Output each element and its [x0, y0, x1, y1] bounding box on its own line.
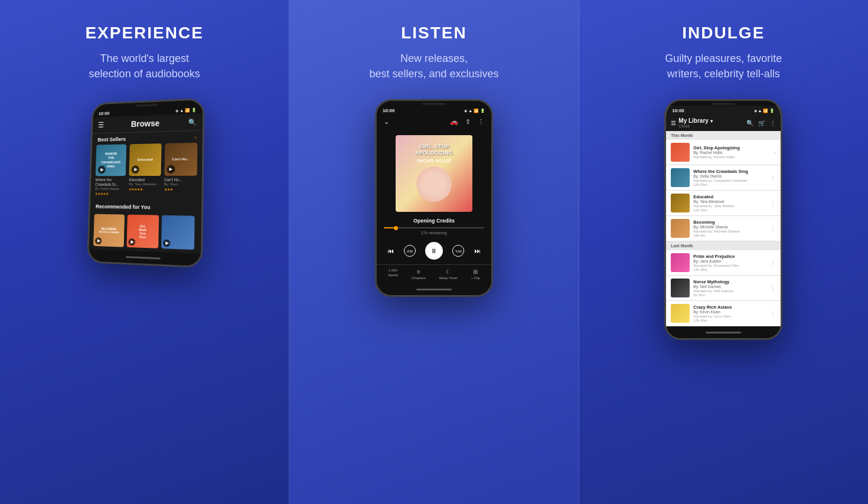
player-car-icon[interactable]: 🚗	[450, 118, 458, 126]
rec-book-0[interactable]: BECOMING MICHELLE OBAMA ▶	[93, 214, 125, 247]
hamburger-icon[interactable]: ☰	[98, 121, 104, 129]
play-btn-1[interactable]: ▶	[131, 166, 139, 174]
rewind-30-btn[interactable]: ↺30	[404, 245, 416, 257]
status-time-3: 10:00	[672, 108, 684, 113]
skip-back-icon[interactable]: ⏮	[387, 247, 394, 254]
lib-book-2[interactable]: Educated By: Tara Westover Narrated by: …	[666, 191, 781, 216]
library-more-icon[interactable]: ⋮	[770, 120, 776, 126]
progress-bar-wrap[interactable]	[377, 225, 491, 231]
speed-control[interactable]: 1.00X Speed	[388, 269, 398, 280]
last-month-label: Last Month	[666, 241, 781, 250]
book-card-0[interactable]: WHERETHECRAWDADSSING ▶ Where the Crawdad…	[94, 145, 126, 196]
lib-narrator-0: Narrated by: Rachel Hollis	[693, 155, 771, 159]
lib-info-0: Girl, Stop Apologizing By: Rachel Hollis…	[693, 145, 771, 159]
lib-more-1[interactable]: ⋮	[770, 175, 776, 181]
lib-cover-2	[671, 194, 690, 212]
search-icon-browse[interactable]: 🔍	[188, 118, 196, 126]
lib-book-3[interactable]: Becoming By: Michelle Obama Narrated by:…	[666, 216, 781, 241]
experience-phone: 10:00 ◈ ▲ 📶 🔋 ☰ Browse 🔍 Best Sellers ›	[87, 98, 205, 268]
experience-phone-wrapper: 10:00 ◈ ▲ 📶 🔋 ☰ Browse 🔍 Best Sellers ›	[80, 99, 210, 486]
rec-book-2[interactable]: ▶	[161, 215, 195, 250]
lib-more-2[interactable]: ⋮	[770, 200, 776, 207]
rec-book-1[interactable]: Girl,WashYourFace ▶	[126, 215, 159, 248]
chapters-control[interactable]: ≡ Chapters	[412, 269, 426, 280]
book-cover-1: Educated ▶	[129, 143, 161, 176]
lib-info-1: Where the Crawdads Sing By: Delia Owens …	[693, 169, 766, 186]
lib-book-5[interactable]: Norse Mythology By: Neil Gaiman Narrated…	[666, 276, 781, 301]
lib-more-6[interactable]: ⋮	[770, 310, 776, 317]
status-icons-1: ◈ ▲ 📶 🔋	[175, 107, 197, 113]
chapters-label: Chapters	[412, 276, 426, 280]
clip-control[interactable]: ⊞ + Clip	[471, 269, 480, 280]
book-author-1: By: Tara Westover	[129, 182, 161, 186]
rec-play-0[interactable]: ▶	[95, 237, 102, 244]
library-screen: 10:00 ◈ ▲ 📶 🔋 ☰ My Library ▾ Cloud 🔍 🛒 ⋮	[666, 106, 781, 326]
lib-info-3: Becoming By: Michelle Obama Narrated by:…	[693, 220, 766, 237]
book-stars-1: ★★★★★	[129, 187, 161, 191]
recommended-row: BECOMING MICHELLE OBAMA ▶ Girl,WashYourF…	[89, 212, 201, 254]
progress-dot	[394, 226, 398, 230]
book-stars-0: ★★★★★	[94, 192, 125, 196]
best-sellers-arrow[interactable]: ›	[194, 135, 196, 140]
indulge-phone: 10:00 ◈ ▲ 📶 🔋 ☰ My Library ▾ Cloud 🔍 🛒 ⋮	[664, 99, 782, 340]
book-cover-0: WHERETHECRAWDADSSING ▶	[95, 145, 126, 176]
sleep-timer-label: Sleep Timer	[439, 276, 458, 280]
chapters-icon: ≡	[417, 269, 420, 275]
experience-title: EXPERIENCE	[85, 24, 204, 42]
lib-duration-1: 12h 53m	[693, 183, 766, 186]
book-author-2: By: Davi...	[164, 182, 197, 186]
now-playing-title: Opening Credits	[377, 218, 491, 225]
indulge-phone-wrapper: 10:00 ◈ ▲ 📶 🔋 ☰ My Library ▾ Cloud 🔍 🛒 ⋮	[658, 99, 788, 486]
library-cart-icon[interactable]: 🛒	[758, 120, 765, 126]
library-search-icon[interactable]: 🔍	[746, 120, 753, 126]
sleep-timer-control[interactable]: ☾ Sleep Timer	[439, 269, 458, 280]
player-share-icon[interactable]: ⇧	[465, 118, 471, 126]
player-album-art: GIRL, STOPAPOLOGIZING RACHEL HOLLIS	[396, 135, 472, 212]
lib-book-0[interactable]: Girl, Stop Apologizing By: Rachel Hollis…	[666, 140, 781, 165]
pause-btn[interactable]: ⏸	[425, 242, 443, 260]
book-card-1[interactable]: Educated ▶ Educated By: Tara Westover ★★…	[129, 143, 161, 196]
forward-30-btn[interactable]: ↻30	[452, 245, 464, 257]
rec-play-1[interactable]: ▶	[128, 238, 135, 246]
lib-info-6: Crazy Rich Asians By: Kevin Kwan Narrate…	[693, 305, 766, 322]
listen-subtitle: New releases,best sellers, and exclusive…	[369, 51, 498, 81]
indulge-title: INDULGE	[682, 24, 765, 42]
lib-book-6[interactable]: Crazy Rich Asians By: Kevin Kwan Narrate…	[666, 301, 781, 326]
status-icons-3: ◈ ▲ 📶 🔋	[754, 109, 775, 113]
book-card-2[interactable]: Can't Hu... ▶ Can't Hu... By: Davi... ★★…	[164, 143, 197, 197]
lib-narrator-1: Narrated by: Cassandra Campbell	[693, 179, 766, 183]
play-btn-0[interactable]: ▶	[97, 166, 105, 174]
lib-narrator-6: Narrated by: Lynn Chen	[693, 315, 766, 319]
lib-cover-6	[671, 304, 690, 323]
rec-play-2[interactable]: ▶	[163, 240, 170, 247]
home-indicator-2	[377, 283, 491, 295]
recommended-label: Recommended for You	[95, 204, 150, 210]
lib-duration-5: 6h 31m	[693, 293, 766, 297]
progress-fill	[384, 227, 394, 228]
library-title: My Library ▾	[678, 117, 746, 124]
status-icons-2: ◈ ▲ 📶 🔋	[464, 109, 485, 113]
status-bar-2: 10:00 ◈ ▲ 📶 🔋	[377, 106, 491, 114]
speed-label: Speed	[388, 273, 398, 277]
lib-author-0: By: Rachel Hollis	[693, 150, 771, 155]
browse-screen: 10:00 ◈ ▲ 📶 🔋 ☰ Browse 🔍 Best Sellers ›	[89, 104, 203, 254]
lib-more-4[interactable]: ⋮	[770, 260, 776, 266]
lib-title-3: Becoming	[693, 220, 766, 225]
listen-phone: 10:00 ◈ ▲ 📶 🔋 ⌄ 🚗 ⇧ ⋮ GIRL, STOPAPOLOGIZ…	[375, 99, 493, 297]
book-author-0: By: Delia Owens	[95, 187, 126, 191]
lib-author-1: By: Delia Owens	[693, 174, 766, 179]
this-month-label: This Month	[666, 131, 781, 140]
time-remaining: 27s remaining	[377, 231, 491, 237]
lib-narrator-5: Narrated by: Neil Gaiman	[693, 289, 766, 293]
player-back-icon[interactable]: ⌄	[384, 118, 389, 126]
lib-book-4[interactable]: Pride and Prejudice By: Jane Austen Narr…	[666, 250, 781, 276]
status-bar-3: 10:00 ◈ ▲ 📶 🔋	[666, 106, 781, 114]
lib-title-4: Pride and Prejudice	[693, 254, 766, 259]
lib-more-3[interactable]: ⋮	[770, 225, 776, 232]
player-more-icon[interactable]: ⋮	[478, 118, 484, 126]
lib-more-5[interactable]: ⋮	[770, 285, 776, 292]
lib-book-1[interactable]: Where the Crawdads Sing By: Delia Owens …	[666, 165, 781, 191]
play-btn-2[interactable]: ▶	[167, 165, 175, 174]
library-hamburger-icon[interactable]: ☰	[671, 120, 676, 126]
skip-forward-icon[interactable]: ⏭	[474, 247, 481, 254]
